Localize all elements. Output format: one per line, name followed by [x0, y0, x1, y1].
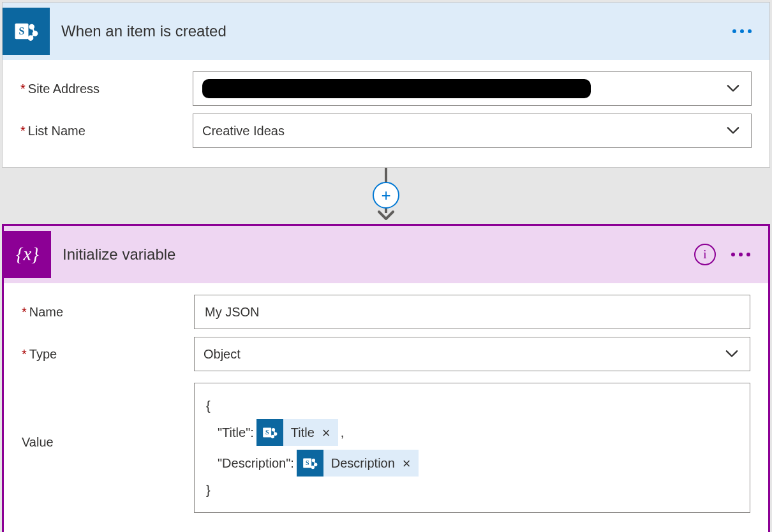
- var-value-row: Value { "Title": S: [22, 375, 750, 517]
- variable-icon: {x}: [4, 231, 51, 278]
- token-remove-icon[interactable]: ×: [403, 453, 419, 474]
- var-type-row: *Type Object: [22, 333, 750, 375]
- trigger-card-body: *Site Address *List Name: [3, 60, 769, 167]
- var-name-input[interactable]: [194, 295, 750, 329]
- trigger-title: When an item is created: [61, 22, 721, 40]
- add-step-button[interactable]: +: [373, 182, 399, 209]
- flow-designer-canvas: S When an item is created *Site Address: [0, 0, 772, 532]
- list-name-row: *List Name Creative Ideas: [20, 110, 752, 152]
- svg-text:{x}: {x}: [16, 244, 39, 264]
- json-key-title: "Title":: [218, 423, 254, 442]
- connector: +: [2, 168, 770, 224]
- trigger-card: S When an item is created *Site Address: [2, 2, 770, 168]
- var-type-value: Object: [204, 347, 241, 362]
- action-title: Initialize variable: [63, 246, 683, 263]
- list-name-dropdown[interactable]: Creative Ideas: [193, 114, 752, 148]
- var-value-editor[interactable]: { "Title": S: [194, 383, 750, 513]
- json-close-brace: }: [206, 480, 211, 499]
- token-text: Description: [323, 454, 403, 473]
- var-name-row: *Name: [22, 291, 750, 333]
- var-name-label: *Name: [22, 305, 194, 320]
- action-card: {x} Initialize variable i *Name: [2, 224, 770, 532]
- sharepoint-token-icon: S: [297, 450, 323, 477]
- json-trailing: ,: [341, 423, 345, 442]
- json-open-brace: {: [206, 396, 211, 415]
- dynamic-token-description[interactable]: S Description ×: [297, 450, 419, 477]
- sharepoint-token-icon: S: [256, 419, 283, 446]
- list-name-value: Creative Ideas: [202, 124, 285, 138]
- action-menu-ellipsis-icon[interactable]: [731, 253, 750, 256]
- chevron-down-icon: [724, 122, 742, 140]
- trigger-card-header[interactable]: S When an item is created: [3, 3, 769, 60]
- dynamic-token-title[interactable]: S Title ×: [256, 419, 338, 446]
- token-remove-icon[interactable]: ×: [322, 422, 338, 443]
- site-address-value-redacted: [202, 79, 591, 98]
- action-card-body: *Name *Type Object: [4, 283, 768, 532]
- svg-text:S: S: [306, 459, 309, 466]
- site-address-label: *Site Address: [20, 82, 193, 96]
- info-icon[interactable]: i: [694, 244, 716, 265]
- action-card-header[interactable]: {x} Initialize variable i: [4, 226, 768, 283]
- var-name-input-field[interactable]: [204, 295, 741, 329]
- svg-point-13: [312, 459, 315, 462]
- chevron-down-icon: [723, 345, 741, 363]
- var-value-label: Value: [22, 383, 194, 450]
- svg-text:S: S: [265, 429, 269, 436]
- site-address-dropdown[interactable]: [193, 71, 752, 106]
- chevron-down-icon: [724, 80, 742, 98]
- plus-icon: +: [381, 186, 390, 205]
- svg-text:S: S: [19, 26, 25, 36]
- trigger-menu-ellipsis-icon[interactable]: [732, 29, 752, 33]
- svg-point-8: [272, 428, 275, 431]
- var-type-dropdown[interactable]: Object: [194, 337, 750, 371]
- token-text: Title: [283, 423, 322, 442]
- list-name-label: *List Name: [20, 124, 193, 138]
- site-address-row: *Site Address: [20, 68, 752, 110]
- json-key-description: "Description":: [218, 454, 294, 473]
- sharepoint-icon: S: [3, 8, 50, 55]
- var-type-label: *Type: [22, 347, 194, 362]
